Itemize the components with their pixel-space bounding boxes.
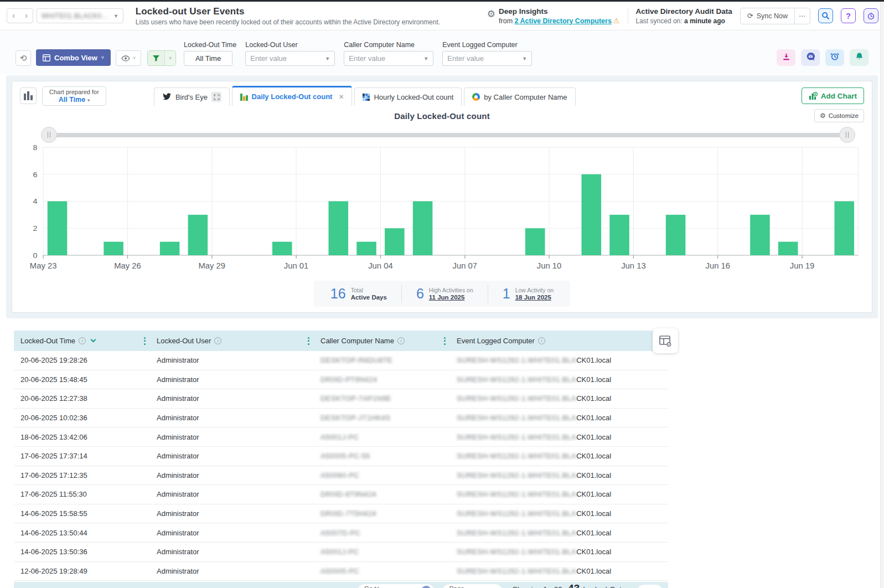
sync-more-button[interactable]: ⋯ (794, 8, 810, 24)
blurred-computer-prefix: SURESH-WS1292-1.WHITE01.BLA (457, 548, 576, 556)
svg-text:8: 8 (33, 145, 38, 152)
table-row[interactable]: 17-06-2025 17:37:14AdministratorA50005-P… (14, 447, 668, 466)
alarm-button[interactable] (825, 49, 844, 66)
reset-filters-button[interactable]: ⟲ (15, 50, 31, 66)
scrollbar[interactable] (880, 2, 884, 588)
scheduler-button[interactable] (864, 8, 878, 23)
cell-caller-computer: A5007D-PC (314, 529, 450, 537)
table-row[interactable]: 20-06-2025 19:28:26AdministratorDESKTOP-… (14, 351, 668, 370)
cell-locked-out-user: Administrator (150, 394, 314, 403)
combo-view-button[interactable]: Combo View ˅ (36, 49, 111, 66)
computer-suffix: CK01.local (576, 548, 611, 556)
slider-handle-left[interactable] (41, 127, 57, 143)
chart-tab-4[interactable]: by Caller Computer Name (464, 87, 575, 106)
expand-icon[interactable] (211, 92, 221, 102)
domain-selector[interactable]: WHITE01.BLACK0... ▼ (37, 8, 123, 23)
deep-insights-label: Deep Insights (499, 7, 619, 16)
stat-line1: Total (351, 287, 387, 293)
funnel-icon (152, 55, 160, 62)
stat-line2[interactable]: 11 Jun 2025 (429, 294, 473, 301)
table-row[interactable]: 14-06-2025 13:50:36AdministratorA5001J-P… (14, 543, 668, 562)
forward-icon[interactable]: › (20, 9, 33, 23)
column-menu-icon[interactable] (144, 337, 146, 345)
bar-Jun-18 (778, 242, 798, 255)
filter-label: Locked-Out User (245, 41, 335, 49)
cell-locked-out-time: 20-06-2025 19:28:26 (14, 356, 150, 364)
table-row[interactable]: 18-06-2025 13:42:06AdministratorA5001J-P… (14, 427, 668, 447)
chart-list-button[interactable] (20, 87, 37, 104)
column-menu-icon[interactable] (444, 337, 446, 345)
slider-track[interactable] (49, 133, 847, 137)
column-header-locked-out-time[interactable]: Locked-Out Time i (14, 331, 150, 351)
column-header-caller-computer[interactable]: Caller Computer Name i (314, 331, 450, 351)
filter-value-select[interactable]: Enter value▼ (245, 51, 335, 66)
bell-icon (855, 52, 864, 63)
table-row[interactable]: 14-06-2025 15:58:55AdministratorDR0ID-7T… (14, 504, 668, 524)
filter-value-select[interactable]: Enter value▼ (344, 51, 433, 66)
page-size-select[interactable]: Page Size : 20 ▾ (442, 584, 503, 588)
cell-event-logged-computer: SURESH-WS1292-1.WHITE01.BLACK01.local (450, 567, 668, 575)
table-row[interactable]: 20-06-2025 12:27:38AdministratorDESKTOP-… (14, 389, 668, 409)
chart-stat: 1Low Activity on18 Jun 2025 (488, 285, 568, 303)
gear-insights-icon: ⚙ (487, 8, 495, 20)
visibility-button[interactable]: ˅ (116, 50, 141, 66)
chat-button[interactable] (801, 49, 820, 66)
table-row[interactable]: 12-06-2025 19:28:49AdministratorA50005-P… (14, 562, 668, 581)
cell-caller-computer: DR0ID-PT9N424 (314, 375, 450, 384)
chart-tab-2[interactable]: Daily Locked-Out count✕ (232, 86, 352, 106)
svg-text:Jun 13: Jun 13 (621, 261, 645, 270)
blurred-caller-name: A50060-PC (320, 471, 359, 479)
blurred-caller-name: DESKTOP-7AP1N9E (320, 394, 391, 403)
chart-prepared-for[interactable]: Chart prepared for All Time ▾ (42, 86, 106, 106)
column-menu-icon[interactable] (308, 337, 309, 345)
refresh-icon: ⟳ (747, 12, 753, 20)
bell-button[interactable] (850, 49, 869, 66)
filter-menu-button[interactable]: ˅ (147, 50, 176, 66)
cell-event-logged-computer: SURESH-WS1292-1.WHITE01.BLACK01.local (450, 394, 668, 403)
cell-locked-out-user: Administrator (150, 567, 314, 575)
close-tab-icon[interactable]: ✕ (338, 93, 344, 101)
bar-Jun-09 (525, 228, 545, 255)
sync-now-button[interactable]: ⟳ Sync Now (741, 8, 794, 24)
cell-locked-out-user: Administrator (150, 375, 314, 384)
ad-computers-link[interactable]: 2 Active Directory Computers (515, 17, 612, 25)
cell-caller-computer: DR0ID-7T5H424 (314, 509, 450, 518)
table-row[interactable]: 17-06-2025 11:55:30AdministratorDR0ID-8T… (14, 485, 668, 504)
search-icon (821, 12, 830, 20)
table-row[interactable]: 17-06-2025 17:12:35AdministratorA50060-P… (14, 466, 668, 486)
table-row[interactable]: 20-06-2025 15:48:45AdministratorDR0ID-PT… (14, 370, 668, 390)
tab-label: Daily Locked-Out count (252, 92, 333, 101)
stat-line2[interactable]: 18 Jun 2025 (515, 294, 554, 301)
back-icon[interactable]: ‹ (7, 9, 20, 23)
cell-event-logged-computer: SURESH-WS1292-1.WHITE01.BLACK01.local (450, 548, 668, 556)
svg-text:May 23: May 23 (30, 261, 57, 270)
filter-field: Locked-Out UserEnter value▼ (245, 41, 335, 66)
computer-suffix: CK01.local (576, 394, 611, 403)
slider-handle-right[interactable] (839, 127, 855, 143)
chart-tab-3[interactable]: Hourly Locked-Out count (354, 87, 462, 106)
bar-May-28 (188, 215, 208, 255)
cell-event-logged-computer: SURESH-WS1292-1.WHITE01.BLACK01.local (450, 433, 668, 441)
bar-Jun-17 (750, 215, 770, 255)
blurred-caller-name: A5001J-PC (320, 433, 359, 441)
cell-locked-out-user: Administrator (150, 548, 314, 556)
last-synced: Last synced on: a minute ago (636, 17, 732, 25)
table-row[interactable]: 20-06-2025 10:02:36AdministratorDESKTOP-… (14, 409, 668, 428)
table-row[interactable]: 14-06-2025 13:50:44AdministratorA5007D-P… (14, 523, 668, 543)
cell-locked-out-time: 18-06-2025 13:42:06 (14, 433, 150, 441)
search-button[interactable] (818, 8, 833, 23)
deep-insights: ⚙ Deep Insights from 2 Active Directory … (487, 7, 620, 25)
filter-value-select[interactable]: Enter value▼ (442, 51, 532, 66)
chart-tab-1[interactable]: Bird's Eye (154, 87, 230, 106)
audit-data-title: Active Directory Audit Data (636, 7, 732, 16)
locked-out-time-filter[interactable]: All Time (184, 51, 232, 66)
column-chooser-button[interactable] (653, 328, 678, 353)
download-button[interactable] (777, 49, 795, 66)
goto-page-button[interactable]: › (421, 586, 432, 588)
column-header-locked-out-user[interactable]: Locked-Out User i (150, 331, 314, 351)
column-header-event-logged-computer[interactable]: Event Logged Computer i (450, 331, 668, 351)
add-chart-button[interactable]: Add Chart (802, 87, 864, 104)
help-button[interactable]: ? (841, 8, 856, 23)
svg-text:6: 6 (33, 170, 38, 179)
customize-button[interactable]: ⚙ Customize (814, 109, 864, 122)
